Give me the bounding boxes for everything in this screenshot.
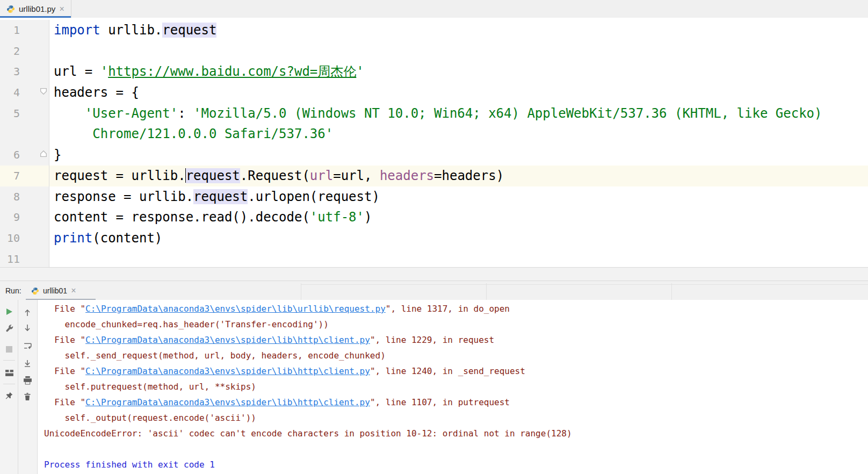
code-line[interactable]: 10print(content) [0, 228, 868, 249]
gutter-cell[interactable]: 10 [0, 228, 49, 249]
stacktrace-file-link[interactable]: C:\ProgramData\anaconda3\envs\spider\lib… [85, 304, 386, 314]
code-line[interactable]: 2 [0, 41, 868, 62]
gutter-cell[interactable]: 9 [0, 207, 49, 228]
down-stacktrace-icon[interactable] [21, 321, 34, 334]
code-segment: print [54, 231, 92, 246]
line-number: 2 [13, 41, 20, 62]
print-icon[interactable] [21, 374, 34, 386]
code-editor[interactable]: 1import urllib.request23url = 'https://w… [0, 18, 868, 267]
editor-tab-close-icon[interactable]: × [59, 5, 64, 13]
console-line: File "C:\ProgramData\anaconda3\envs\spid… [44, 363, 868, 379]
code-line[interactable]: 4headers = { [0, 82, 868, 103]
gutter-cell[interactable]: 2 [0, 41, 49, 62]
console-text-segment: File " [44, 335, 85, 345]
code-rows: 1import urllib.request23url = 'https://w… [0, 20, 868, 267]
run-console: File "C:\ProgramData\anaconda3\envs\spid… [0, 300, 868, 474]
code-line-text: 'User-Agent': 'Mozilla/5.0 (Windows NT 1… [49, 103, 822, 124]
rerun-button[interactable] [3, 305, 16, 318]
line-number: 1 [13, 20, 20, 41]
header-divider-line [301, 284, 868, 285]
code-line[interactable]: 9content = response.read().decode('utf-8… [0, 207, 868, 228]
code-segment: headers [380, 168, 434, 183]
gutter-cell[interactable]: 11 [0, 249, 49, 267]
console-text-segment: File " [44, 366, 85, 376]
console-line: File "C:\ProgramData\anaconda3\envs\spid… [44, 301, 868, 317]
run-tab-urllib01[interactable]: urllib01 × [26, 281, 96, 300]
header-separator [486, 283, 487, 300]
gutter-cell[interactable]: 6 [0, 145, 49, 166]
code-line[interactable]: 7request = urllib.request.Request(url=ur… [0, 166, 868, 186]
stacktrace-file-link[interactable]: C:\ProgramData\anaconda3\envs\spider\lib… [85, 366, 370, 376]
soft-wrap-icon[interactable] [21, 339, 34, 352]
code-segment: request [193, 189, 248, 204]
gutter-cell[interactable]: 1 [0, 20, 49, 41]
code-line-text: headers = { [49, 82, 139, 103]
console-line: File "C:\ProgramData\anaconda3\envs\spid… [44, 332, 868, 348]
line-number: 6 [13, 145, 20, 166]
settings-wrench-icon[interactable] [3, 321, 16, 334]
code-segment: 'User-Agent' [85, 106, 178, 121]
code-segment: response = urllib. [54, 189, 193, 204]
console-text-segment: UnicodeEncodeError: 'ascii' codec can't … [44, 428, 572, 439]
restore-layout-icon[interactable] [3, 366, 16, 379]
code-line-text [49, 249, 54, 267]
code-line[interactable]: 5 'User-Agent': 'Mozilla/5.0 (Windows NT… [0, 103, 868, 124]
code-segment: .Request( [240, 168, 310, 183]
code-segment: ' [356, 64, 364, 79]
code-segment: (content) [92, 231, 162, 246]
code-line-text: content = response.read().decode('utf-8'… [49, 207, 372, 228]
code-segment: urllib. [100, 23, 163, 38]
console-line: encode_chunked=req.has_header('Transfer-… [44, 317, 868, 332]
fold-marker-down-icon[interactable] [39, 87, 48, 96]
code-line[interactable]: 1import urllib.request [0, 20, 868, 41]
run-panel-header: Run: urllib01 × [0, 281, 868, 300]
console-text-segment: self._send_request(method, url, body, he… [44, 350, 386, 361]
code-line[interactable]: 6} [0, 145, 868, 166]
stop-button-disabled[interactable] [3, 343, 16, 356]
code-line[interactable]: 3url = 'https://www.baidu.com/s?wd=周杰伦' [0, 61, 868, 82]
scroll-to-end-icon[interactable] [21, 357, 34, 370]
code-segment: import [54, 23, 100, 38]
pin-icon[interactable] [3, 389, 16, 402]
gutter-cell[interactable]: 7 [0, 166, 49, 186]
line-number: 3 [13, 61, 20, 82]
stacktrace-file-link[interactable]: C:\ProgramData\anaconda3\envs\spider\lib… [85, 397, 370, 407]
run-panel-title: Run: [5, 281, 21, 300]
console-line: self.putrequest(method, url, **skips) [44, 379, 868, 394]
code-line[interactable]: 11 [0, 249, 868, 267]
editor-tab-urllib01[interactable]: urllib01.py × [0, 0, 71, 18]
code-segment: request [186, 168, 240, 183]
editor-tab-bar: urllib01.py × [0, 0, 868, 18]
code-line-text: url = 'https://www.baidu.com/s?wd=周杰伦' [49, 61, 364, 82]
editor-runpanel-divider[interactable] [0, 267, 868, 281]
console-text-segment: Process finished with exit code 1 [44, 459, 215, 470]
code-line-text: } [49, 145, 61, 166]
code-segment: headers = { [54, 85, 139, 100]
code-segment [54, 126, 92, 141]
run-tab-close-icon[interactable]: × [71, 286, 76, 295]
code-line-text: import urllib.request [49, 20, 216, 41]
fold-marker-up-icon[interactable] [39, 149, 48, 158]
code-segment: } [54, 147, 61, 162]
gutter-cell[interactable]: 5 [0, 103, 49, 124]
console-text-segment: ", line 1240, in _send_request [370, 366, 525, 376]
console-line: self._send_request(method, url, body, he… [44, 348, 868, 363]
code-segment: url = [54, 64, 100, 79]
gutter-cell[interactable] [0, 124, 49, 145]
up-stacktrace-icon[interactable] [21, 306, 34, 319]
console-text-segment: File " [44, 304, 85, 314]
header-separator [671, 283, 672, 300]
editor-tab-label: urllib01.py [19, 4, 55, 13]
clear-all-trash-icon[interactable] [21, 390, 34, 403]
console-line: self._output(request.encode('ascii')) [44, 410, 868, 426]
line-number: 9 [13, 207, 20, 228]
line-number: 7 [13, 166, 20, 186]
code-line[interactable]: Chrome/121.0.0.0 Safari/537.36' [0, 124, 868, 145]
header-separator [301, 283, 301, 300]
gutter-cell[interactable]: 8 [0, 186, 49, 207]
gutter-cell[interactable]: 3 [0, 61, 49, 82]
code-segment: 'utf-8' [310, 210, 364, 225]
gutter-cell[interactable]: 4 [0, 82, 49, 103]
stacktrace-file-link[interactable]: C:\ProgramData\anaconda3\envs\spider\lib… [85, 335, 370, 345]
code-line[interactable]: 8response = urllib.request.urlopen(reque… [0, 186, 868, 207]
